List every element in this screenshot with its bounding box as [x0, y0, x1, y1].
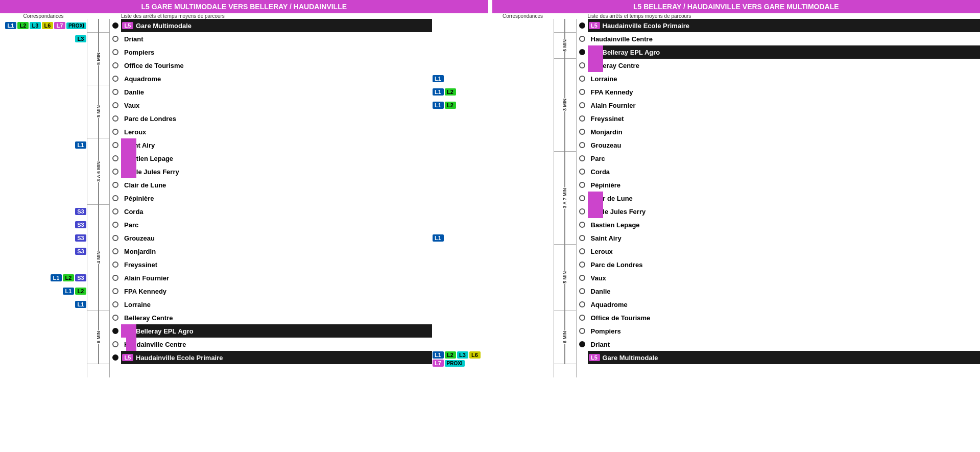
badge-l3-driant: L3 — [75, 35, 86, 42]
stop-r-lorraine: Lorraine — [588, 72, 981, 85]
badge-l2-fpa: L2 — [75, 288, 86, 295]
right-panel-header: L5 BELLERAY / HAUDAINVILLE VERS GARE MUL… — [492, 0, 981, 13]
badge-s3-corda: S3 — [75, 208, 86, 215]
stop-aquadrome: Aquadrome — [121, 72, 432, 85]
right-timeline: 6 MIN 3 MIN 3 A 7 MIN 5 MI — [554, 19, 577, 377]
stop-office-tourisme: Office de Tourisme — [121, 59, 432, 72]
stop-r-aquadrome: Aquadrome — [588, 298, 981, 311]
left-corr-label: Correspondances — [0, 13, 87, 19]
badge-s3-parc: S3 — [75, 221, 86, 228]
left-notch-col — [110, 19, 121, 377]
stop-monjardin: Monjardin — [121, 245, 432, 258]
stop-r-saint-airy: Saint Airy — [588, 231, 981, 245]
stop-r-freyssinet: Freyssinet — [588, 112, 981, 125]
stop-belleray-epl-agro: L5 Belleray EPL Agro — [121, 324, 432, 338]
stop-alain-fournier: Alain Fournier — [121, 271, 432, 284]
stop-haudainville-ecole-primaire: L5 Haudainville Ecole Primaire — [121, 351, 432, 364]
stop-r-pompiers: Pompiers — [588, 324, 981, 338]
stop-freyssinet: Freyssinet — [121, 258, 432, 271]
left-corr-col: L1 L2 L3 L6 L7 PROXI L3 — [0, 19, 87, 377]
stop-danlie: Danlie — [121, 85, 432, 99]
stop-fpa-kennedy: FPA Kennedy — [121, 284, 432, 298]
stop-grouzeau: Grouzeau — [121, 231, 432, 245]
stop-clair-lune: Clair de Lune — [121, 178, 432, 192]
right-corr-label: Correspondances — [492, 13, 554, 19]
stop-belleray-centre: Belleray Centre — [121, 311, 432, 324]
stop-r-belleray-epl: L5 Belleray EPL Agro — [588, 45, 981, 59]
stop-r-fpa-kennedy: FPA Kennedy — [588, 85, 981, 99]
stop-lorraine: Lorraine — [121, 298, 432, 311]
left-list-label: Liste des arrêts et temps moyens de parc… — [121, 13, 447, 19]
badge-l2: L2 — [17, 22, 29, 29]
badge-l1-fpa: L1 — [63, 288, 74, 295]
stop-r-haudainville-centre: Haudainville Centre — [588, 32, 981, 45]
badge-l1: L1 — [5, 22, 16, 29]
stop-bastien-lepage: Bastien Lepage — [121, 152, 432, 165]
badge-s3-alain: S3 — [75, 274, 86, 281]
badge-l1-saint-airy: L1 — [75, 141, 86, 149]
stop-vaux: Vaux — [121, 99, 432, 112]
right-list-label: Liste des arrêts et temps moyens de parc… — [588, 13, 981, 19]
right-left-corr — [492, 19, 554, 377]
right-stops-col: L5 Haudainville Ecole Primaire Haudainvi… — [588, 19, 981, 377]
stop-r-pepiniere: Pépinière — [588, 178, 981, 192]
stop-r-gare-multimodale: L5 Gare Multimodale — [588, 351, 981, 364]
badge-l6: L6 — [42, 22, 53, 29]
stop-r-ecole-jules-ferry: Ecole Jules Ferry — [588, 205, 981, 218]
badge-proxi: PROXI — [66, 22, 86, 29]
stop-leroux: Leroux — [121, 125, 432, 138]
left-panel-header: L5 GARE MULTIMODALE VERS BELLERAY / HAUD… — [0, 0, 488, 13]
badge-l1-alain: L1 — [51, 274, 62, 281]
stop-r-driant: Driant — [588, 338, 981, 351]
stop-driant: Driant — [121, 32, 432, 45]
stop-r-clair-lune: Clair de Lune — [588, 192, 981, 205]
stop-gare-multimodale: L5 Gare Multimodale — [121, 19, 432, 32]
badge-l3: L3 — [30, 22, 41, 29]
stop-r-belleray-centre: Belleray Centre — [588, 59, 981, 72]
stop-corda: Corda — [121, 205, 432, 218]
stop-r-alain-fournier: Alain Fournier — [588, 99, 981, 112]
badge-s3-monjardin: S3 — [75, 248, 86, 255]
badge-l7: L7 — [54, 22, 65, 29]
left-timeline: 5 MIN 5 MIN 3 A 6 MIN 4 MI — [87, 19, 110, 377]
right-dot-col — [577, 19, 588, 377]
badge-l2-alain: L2 — [63, 274, 74, 281]
badge-s3-grouzeau: S3 — [75, 234, 86, 242]
stop-parc-londres: Parc de Londres — [121, 112, 432, 125]
right-panel: Correspondances Liste des arrêts et temp… — [492, 13, 981, 377]
stop-r-monjardin: Monjardin — [588, 125, 981, 138]
stop-ecole-jules-ferry: Ecole Jules Ferry — [121, 165, 432, 178]
stop-r-bastien-lepage: Bastien Lepage — [588, 218, 981, 231]
stop-haudainville-centre: Haudainville Centre — [121, 338, 432, 351]
stop-r-vaux: Vaux — [588, 271, 981, 284]
stop-r-parc: Parc — [588, 152, 981, 165]
left-stops-col: L5 Gare Multimodale Driant Pompiers Offi… — [121, 19, 432, 377]
left-panel: Correspondances Liste des arrêts et temp… — [0, 13, 488, 377]
stop-r-parc-londres: Parc de Londres — [588, 258, 981, 271]
stop-r-haudainville-ecole: L5 Haudainville Ecole Primaire — [588, 19, 981, 32]
badge-l1-lorraine: L1 — [75, 301, 86, 308]
stop-pepiniere: Pépinière — [121, 192, 432, 205]
stop-r-leroux: Leroux — [588, 245, 981, 258]
stop-r-corda: Corda — [588, 165, 981, 178]
left-right-corr: L1 L1 L2 L1 L2 — [432, 19, 488, 377]
stop-pompiers: Pompiers — [121, 45, 432, 59]
stop-saint-airy: Saint Airy — [121, 138, 432, 152]
stop-r-grouzeau: Grouzeau — [588, 138, 981, 152]
stop-r-office-tourisme: Office de Tourisme — [588, 311, 981, 324]
stop-r-danlie: Danlie — [588, 284, 981, 298]
stop-parc: Parc — [121, 218, 432, 231]
